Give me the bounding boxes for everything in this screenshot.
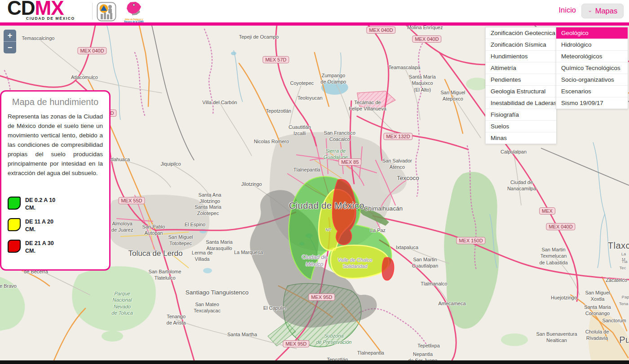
submenu-item-zonificaci-n-geotecnica[interactable]: Zonificación Geotecnica	[486, 27, 556, 39]
nav-inicio-link[interactable]: Inicio	[558, 6, 576, 14]
subsidence-info-panel: Mapa de hundimiento Representa las zonas…	[0, 90, 111, 271]
nav-mapas-button[interactable]: ⌄ Mapas	[581, 4, 624, 18]
header-accent-bar	[0, 22, 629, 26]
header: CDMX CIUDAD DE MÉXICO Atlas de Peligros …	[0, 0, 629, 22]
category-item-qu-mico-tecnol-gicos[interactable]: Químico Tecnológicos	[556, 62, 628, 74]
submenu-item-pendientes[interactable]: Pendientes	[486, 74, 556, 85]
category-item-sismo-19-09-17[interactable]: Sismo 19/09/17	[556, 97, 628, 109]
chevron-down-icon: ⌄	[588, 8, 593, 13]
bottom-bar	[0, 360, 629, 364]
legend: DE 0.2 A 10 CM.DE 11 A 20 CM.DE 21 A 30 …	[8, 197, 103, 254]
mapas-button-label: Mapas	[595, 7, 618, 15]
zoom-in-button[interactable]: +	[4, 30, 16, 42]
submenu-item-fisiograf-a[interactable]: Fisiografía	[486, 109, 556, 120]
category-item-hidrol-gico[interactable]: Hidrológico	[556, 39, 628, 50]
mapas-categories-menu: GeológicoHidrológicoMeteorológicosQuímic…	[556, 27, 628, 109]
category-item-meteorol-gicos[interactable]: Meteorológicos	[556, 50, 628, 62]
zoom-out-button[interactable]: −	[4, 42, 16, 53]
legend-row-0: DE 0.2 A 10 CM.	[8, 197, 103, 212]
submenu-item-inestabilidad-de-laderas[interactable]: Inestabilidad de Laderas	[486, 97, 556, 109]
legend-swatch-1	[8, 218, 21, 231]
submenu-item-suelos[interactable]: Suelos	[486, 120, 556, 132]
overlay-zone-red-south	[382, 258, 394, 280]
category-item-socio-organizativos[interactable]: Socio-organizativos	[556, 74, 628, 85]
legend-swatch-0	[8, 197, 21, 210]
submenu-item-minas[interactable]: Minas	[486, 132, 556, 144]
geologico-submenu: Zonificación GeotecnicaZonificación Sísm…	[485, 27, 557, 144]
zoom-control: + −	[4, 30, 16, 53]
logo-divider	[92, 3, 93, 20]
submenu-item-geologia-estructural[interactable]: Geologia Estructural	[486, 85, 556, 97]
legend-label-2: DE 21 A 30 CM.	[25, 240, 61, 255]
legend-row-1: DE 11 A 20 CM.	[8, 218, 103, 233]
legend-row-2: DE 21 A 30 CM.	[8, 240, 103, 255]
submenu-item-zonificaci-n-s-smica[interactable]: Zonificación Sísmica	[486, 39, 556, 50]
submenu-item-hundimientos[interactable]: Hundimientos	[486, 50, 556, 62]
panel-title: Mapa de hundimiento	[8, 97, 103, 107]
legend-swatch-2	[8, 240, 21, 253]
atlas-riesgos-logo: Atlas de Peligros y Riesgos de la CDMX	[124, 1, 144, 23]
submenu-item-altimetr-a[interactable]: Altimetría	[486, 62, 556, 74]
overlay-zone-yellow-south	[331, 245, 389, 278]
category-item-geol-gico[interactable]: Geológico	[556, 27, 628, 39]
cdmx-logo: CDMX CIUDAD DE MÉXICO	[7, 0, 75, 21]
legend-label-0: DE 0.2 A 10 CM.	[25, 197, 61, 212]
proteccion-civil-icon	[97, 2, 116, 23]
category-item-escenarios[interactable]: Escenarios	[556, 85, 628, 97]
panel-description: Representa las zonas de la Ciudad de Méx…	[8, 112, 103, 178]
legend-label-1: DE 11 A 20 CM.	[25, 218, 61, 233]
